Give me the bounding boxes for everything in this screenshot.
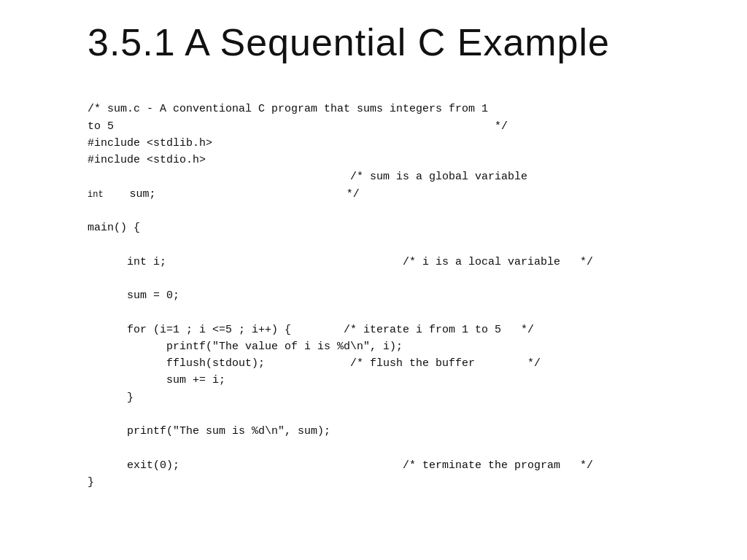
code-line-3: #include <stdlib.h> xyxy=(88,137,212,149)
code-line-5: /* sum is a global variable xyxy=(88,171,527,183)
code-line-15: printf("The sum is %d\n", sum); xyxy=(88,425,330,438)
code-line-7: main() { xyxy=(88,222,140,234)
code-line-17: } xyxy=(88,476,94,489)
code-line-4: #include <stdio.h> xyxy=(88,154,206,166)
code-line-9: sum = 0; xyxy=(88,289,179,302)
code-line-10: for (i=1 ; i <=5 ; i++) { /* iterate i f… xyxy=(88,324,534,336)
code-line-6: int sum; */ xyxy=(88,188,360,201)
code-line-2: to 5 */ xyxy=(88,120,508,133)
code-line-16: exit(0); /* terminate the program */ xyxy=(88,459,593,472)
code-block: /* sum.c - A conventional C program that… xyxy=(88,84,689,508)
code-line-11: printf("The value of i is %d\n", i); xyxy=(88,341,403,353)
code-line-8: int i; /* i is a local variable */ xyxy=(88,256,593,268)
slide-container: 3.5.1 A Sequential C Example /* sum.c - … xyxy=(0,0,747,560)
code-line-12: fflush(stdout); /* flush the buffer */ xyxy=(88,357,541,370)
code-line-13: sum += i; xyxy=(88,374,225,386)
code-line-14: } xyxy=(88,392,133,404)
slide-title: 3.5.1 A Sequential C Example xyxy=(88,22,689,63)
code-line-1: /* sum.c - A conventional C program that… xyxy=(88,103,488,115)
